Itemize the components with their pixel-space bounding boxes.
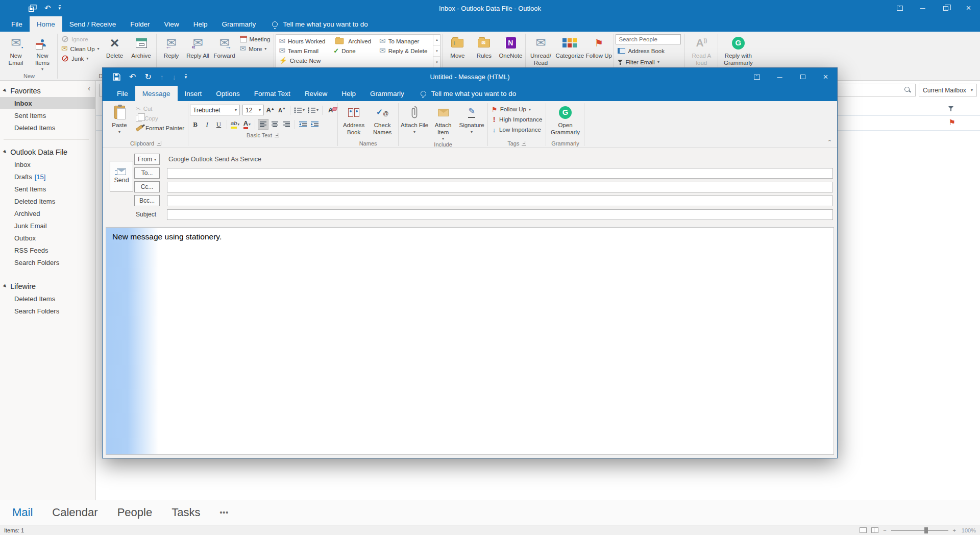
undo-icon-compose[interactable]: ↶: [129, 72, 136, 82]
junk-button[interactable]: Junk ▾: [59, 54, 102, 63]
compose-tab-insert[interactable]: Insert: [178, 86, 209, 101]
format-painter-button[interactable]: Format Painter: [134, 123, 186, 133]
sidebar-item-sent-favorites[interactable]: Sent Items: [0, 109, 95, 121]
clear-formatting-button[interactable]: A: [325, 105, 336, 115]
cut-button[interactable]: ✂ Cut: [134, 104, 186, 113]
bullets-button[interactable]: ▾: [293, 105, 306, 115]
sidebar-section-favorites[interactable]: ▶ Favorites: [0, 84, 95, 97]
bcc-input[interactable]: [167, 196, 833, 206]
compose-maximize-button[interactable]: [791, 68, 814, 86]
reply-button[interactable]: ✉← Reply: [158, 33, 185, 60]
compose-minimize-button[interactable]: ─: [768, 68, 791, 86]
sidebar-item-search-folders[interactable]: Search Folders: [0, 256, 95, 269]
cc-button[interactable]: Cc...: [134, 181, 160, 192]
tab-grammarly[interactable]: Grammarly: [214, 16, 263, 32]
cc-input[interactable]: [167, 182, 833, 192]
customize-qat-icon[interactable]: ▾: [185, 74, 187, 80]
quick-step-archived[interactable]: Archived: [332, 36, 376, 46]
font-color-button[interactable]: A▾: [241, 119, 252, 130]
archive-button[interactable]: Archive: [128, 33, 155, 60]
reply-with-grammarly-button[interactable]: G Reply with Grammarly: [720, 33, 756, 66]
follow-up-button[interactable]: ⚑ Follow Up ▾: [489, 104, 544, 114]
check-names-button[interactable]: ✓@ Check Names: [368, 102, 397, 136]
sidebar-item-sent-items[interactable]: Sent Items: [0, 183, 95, 195]
subject-input[interactable]: [167, 209, 833, 220]
clipboard-dialog-launcher[interactable]: [157, 141, 161, 145]
sidebar-item-deleted-favorites[interactable]: Deleted Items: [0, 121, 95, 134]
underline-button[interactable]: U: [213, 119, 224, 130]
sidebar-item-drafts[interactable]: Drafts [15]: [0, 171, 95, 183]
close-button[interactable]: ×: [957, 0, 980, 16]
quick-step-create-new[interactable]: ⚡ Create New: [277, 56, 330, 65]
save-icon[interactable]: [113, 73, 120, 81]
forward-button[interactable]: ✉→ Forward: [211, 33, 238, 60]
qat-customize-icon[interactable]: ▾: [59, 5, 61, 11]
sidebar-item-archived[interactable]: Archived: [0, 207, 95, 220]
sidebar-item-deleted-items[interactable]: Deleted Items: [0, 195, 95, 207]
italic-button[interactable]: I: [202, 119, 212, 130]
compose-tab-format-text[interactable]: Format Text: [247, 86, 298, 101]
attach-item-button[interactable]: Attach Item ▾: [429, 102, 457, 141]
tell-me-box[interactable]: Tell me what you want to do: [263, 16, 368, 32]
new-email-button[interactable]: ✉▪ New Email: [3, 33, 29, 66]
collapse-ribbon-icon[interactable]: ⌃: [827, 139, 832, 145]
attach-file-button[interactable]: Attach File ▾: [400, 102, 429, 134]
compose-tab-help[interactable]: Help: [334, 86, 363, 101]
bcc-button[interactable]: Bcc...: [134, 195, 160, 206]
font-size-select[interactable]: 12 ▾: [242, 105, 264, 115]
move-button[interactable]: ↓ Move: [444, 33, 471, 60]
tab-file[interactable]: File: [4, 16, 30, 32]
copy-button[interactable]: Copy: [134, 113, 186, 123]
quick-steps-more-button[interactable]: ▼: [433, 57, 440, 67]
meeting-button[interactable]: Meeting: [238, 34, 273, 44]
clean-up-button[interactable]: ✉ Clean Up ▾: [59, 44, 102, 54]
zoom-in-icon[interactable]: +: [953, 527, 956, 533]
compose-tell-me-box[interactable]: Tell me what you want to do: [411, 86, 517, 101]
sidebar-item-deleted-items-lifewire[interactable]: Deleted Items: [0, 293, 95, 305]
tags-dialog-launcher[interactable]: [522, 141, 526, 145]
compose-tab-message[interactable]: Message: [135, 86, 178, 101]
nav-more-icon[interactable]: •••: [219, 508, 229, 517]
quick-step-team-email[interactable]: ✉ Team Email: [277, 46, 330, 56]
reply-all-button[interactable]: ✉« Reply All: [185, 33, 211, 60]
search-people-input[interactable]: [616, 34, 681, 44]
rules-button[interactable]: ✉ Rules: [471, 33, 497, 60]
grow-font-button[interactable]: A▲: [265, 105, 276, 115]
sidebar-item-inbox-favorites[interactable]: Inbox: [0, 97, 95, 109]
high-importance-button[interactable]: ! High Importance: [489, 114, 544, 125]
tab-view[interactable]: View: [157, 16, 186, 32]
compose-tab-review[interactable]: Review: [298, 86, 334, 101]
restore-button[interactable]: [934, 0, 957, 16]
shrink-font-button[interactable]: A▼: [277, 105, 287, 115]
bold-button[interactable]: B: [190, 119, 201, 130]
normal-view-icon[interactable]: [860, 527, 867, 533]
ignore-button[interactable]: Ignore: [59, 34, 102, 44]
mailbox-scope-dropdown[interactable]: Current Mailbox ▾: [919, 84, 977, 96]
previous-item-icon[interactable]: ↑: [160, 73, 164, 81]
open-grammarly-button[interactable]: G Open Grammarly: [548, 102, 582, 136]
filter-icon[interactable]: [948, 106, 953, 111]
collapse-folder-pane-icon[interactable]: ‹: [88, 84, 90, 92]
compose-tab-file[interactable]: File: [110, 86, 135, 101]
nav-calendar[interactable]: Calendar: [52, 506, 97, 519]
message-body-text[interactable]: New message using stationery.: [112, 232, 222, 241]
basic-text-dialog-launcher[interactable]: [275, 133, 279, 137]
tab-folder[interactable]: Folder: [123, 16, 157, 32]
undo-icon[interactable]: ↶: [44, 4, 51, 13]
redo-icon[interactable]: ↻: [144, 72, 151, 82]
sidebar-item-outbox[interactable]: Outbox: [0, 232, 95, 244]
align-right-button[interactable]: [281, 119, 292, 130]
sidebar-item-rss-feeds[interactable]: RSS Feeds: [0, 244, 95, 256]
delete-button[interactable]: × Delete: [102, 33, 128, 60]
app-icon[interactable]: [29, 5, 37, 12]
decrease-indent-button[interactable]: [298, 119, 308, 130]
next-item-icon[interactable]: ↓: [173, 73, 176, 81]
tab-send-receive[interactable]: Send / Receive: [62, 16, 124, 32]
to-input[interactable]: [167, 168, 833, 179]
nav-people[interactable]: People: [117, 506, 153, 519]
compose-close-button[interactable]: ×: [814, 68, 837, 86]
follow-up-button-main[interactable]: ⚑ Follow Up: [585, 33, 612, 60]
quick-step-to-manager[interactable]: ✉ To Manager: [378, 36, 432, 46]
new-items-button[interactable]: New Items ▾: [29, 33, 56, 72]
quick-step-done[interactable]: ✓ Done: [332, 46, 376, 56]
